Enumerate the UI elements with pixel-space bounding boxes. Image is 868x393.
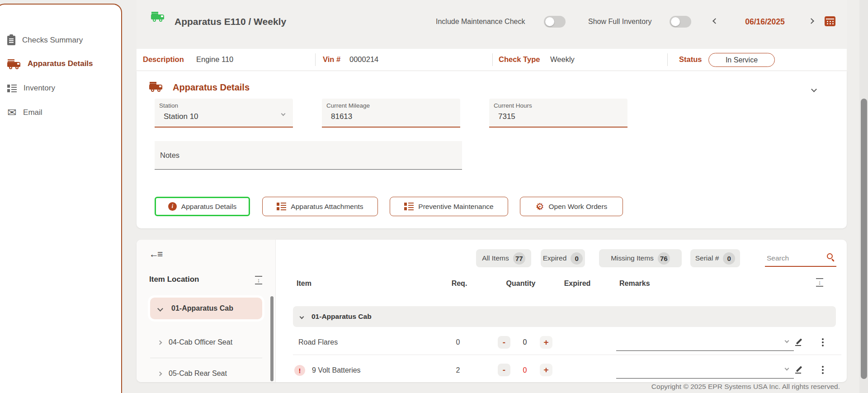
edit-pencil-icon[interactable] (795, 337, 803, 346)
collapse-panel-icon[interactable] (149, 249, 161, 260)
location-node-apparatus-cab[interactable]: 01-Apparatus Cab (150, 298, 262, 319)
remarks-chevron-icon[interactable] (785, 366, 789, 371)
status-badge[interactable]: In Service (708, 53, 775, 67)
sidebar-item-email[interactable]: Email (7, 105, 42, 120)
apparatus-details-button[interactable]: Apparatus Details (155, 197, 250, 216)
quantity-increment-button[interactable]: + (540, 336, 552, 349)
app-root: Checks Summary Apparatus Details Invento… (0, 0, 868, 393)
notes-field[interactable]: Notes (155, 141, 462, 170)
location-node-cab-rear-seat[interactable]: 05-Cab Rear Seat (150, 366, 262, 381)
tab-count-badge: 0 (723, 252, 735, 265)
calendar-icon[interactable] (825, 16, 835, 26)
column-header-req: Req. (452, 279, 467, 288)
column-header-item: Item (297, 279, 311, 288)
expand-all-icon[interactable] (255, 276, 262, 284)
chevron-down-icon (281, 112, 286, 116)
tab-label: Missing Items (611, 254, 654, 262)
button-label: Apparatus Attachments (291, 203, 363, 211)
item-name: Road Flares (298, 338, 338, 346)
remarks-chevron-icon[interactable] (785, 339, 789, 343)
gear-wrench-icon (536, 202, 544, 211)
tab-missing-items[interactable]: Missing Items 76 (599, 249, 682, 267)
notes-label: Notes (160, 151, 179, 160)
apparatus-details-card: Apparatus Details Station Station 10 Cur… (137, 71, 847, 228)
quantity-decrement-button[interactable]: - (498, 364, 510, 376)
divider (667, 53, 668, 66)
location-node-cab-officer-seat[interactable]: 04-Cab Officer Seat (150, 335, 262, 350)
full-inventory-toggle[interactable] (670, 16, 691, 28)
remarks-input[interactable] (616, 378, 794, 379)
edit-pencil-icon[interactable] (795, 365, 803, 374)
tab-all-items[interactable]: All Items 77 (476, 249, 531, 267)
location-node-label: 05-Cab Rear Seat (169, 369, 227, 378)
description-value: Engine 110 (196, 55, 233, 64)
page-scrollbar-thumb[interactable] (861, 99, 867, 379)
quantity-decrement-button[interactable]: - (498, 336, 510, 349)
maintenance-toggle[interactable] (544, 16, 566, 28)
item-name: 9 Volt Batteries (312, 366, 361, 374)
tab-label: Expired (543, 254, 567, 262)
tab-count-badge: 77 (513, 252, 525, 265)
page-scrollbar-track[interactable] (859, 0, 868, 393)
sidebar-item-apparatus-details[interactable]: Apparatus Details (7, 56, 93, 71)
item-location-panel: Item Location 01-Apparatus Cab 04-Cab Of… (137, 240, 276, 382)
tab-serial[interactable]: Serial # 0 (690, 249, 740, 267)
tab-count-badge: 76 (658, 252, 670, 265)
search-box (765, 251, 836, 267)
req-value: 2 (456, 366, 460, 374)
sidebar-item-inventory[interactable]: Inventory (7, 80, 55, 96)
mileage-label: Current Mileage (326, 102, 370, 109)
status-label: Status (679, 55, 702, 64)
expand-rows-icon[interactable] (816, 278, 823, 287)
sidebar-item-label: Email (23, 108, 42, 117)
group-label: 01-Apparatus Cab (311, 313, 372, 321)
sidebar-item-checks-summary[interactable]: Checks Summary (7, 33, 83, 48)
info-icon (168, 202, 177, 211)
current-hours-field[interactable]: Current Hours 7315 (489, 99, 627, 128)
search-input[interactable] (766, 252, 824, 264)
button-label: Open Work Orders (549, 203, 608, 211)
apparatus-info-bar: Description Engine 110 Vin # 0000214 Che… (137, 49, 847, 71)
chevron-right-icon (158, 340, 162, 345)
button-label: Preventive Maintenance (418, 203, 493, 211)
collapse-section-chevron-icon[interactable] (811, 86, 817, 92)
panel-scrollbar[interactable] (270, 296, 274, 381)
apparatus-status-truck-icon (151, 11, 165, 22)
chevron-down-icon (157, 306, 163, 312)
apparatus-attachments-button[interactable]: Apparatus Attachments (262, 197, 378, 216)
quantity-value: 0 (523, 338, 527, 346)
sidebar-item-label: Inventory (24, 84, 55, 93)
sidebar: Checks Summary Apparatus Details Invento… (0, 4, 122, 393)
station-select[interactable]: Station Station 10 (155, 99, 293, 128)
full-inventory-toggle-label: Show Full Inventory (588, 18, 652, 26)
page-title: Apparatus E110 / Weekly (175, 16, 286, 27)
search-icon[interactable] (827, 253, 833, 259)
vin-value: 0000214 (349, 55, 378, 64)
preventive-maintenance-button[interactable]: Preventive Maintenance (390, 197, 508, 216)
attachments-list-icon (277, 203, 286, 210)
tab-label: Serial # (695, 254, 719, 262)
row-menu-kebab-icon[interactable] (822, 366, 824, 368)
tab-expired[interactable]: Expired 0 (541, 249, 585, 267)
divider (293, 355, 841, 355)
item-location-title: Item Location (149, 275, 199, 284)
date-display[interactable]: 06/16/2025 (738, 17, 792, 27)
group-row-apparatus-cab[interactable]: 01-Apparatus Cab (293, 306, 836, 327)
station-value: Station 10 (164, 112, 198, 121)
copyright-text: Copyright © 2025 EPR Systems USA Inc. Al… (651, 383, 840, 391)
remarks-input[interactable] (616, 350, 794, 351)
page-header: Apparatus E110 / Weekly Include Maintena… (137, 0, 847, 49)
sidebar-item-label: Checks Summary (22, 36, 83, 45)
tab-label: All Items (482, 254, 509, 262)
quantity-increment-button[interactable]: + (540, 364, 552, 376)
row-menu-kebab-icon[interactable] (822, 338, 824, 340)
previous-date-chevron-icon[interactable] (712, 18, 718, 24)
vin-label: Vin # (323, 55, 340, 64)
current-mileage-field[interactable]: Current Mileage 81613 (322, 99, 460, 128)
open-work-orders-button[interactable]: Open Work Orders (520, 197, 623, 216)
hours-value: 7315 (498, 112, 515, 121)
divider (492, 53, 493, 66)
warning-icon (294, 365, 305, 376)
column-header-remarks: Remarks (619, 279, 650, 288)
next-date-chevron-icon[interactable] (808, 18, 814, 24)
